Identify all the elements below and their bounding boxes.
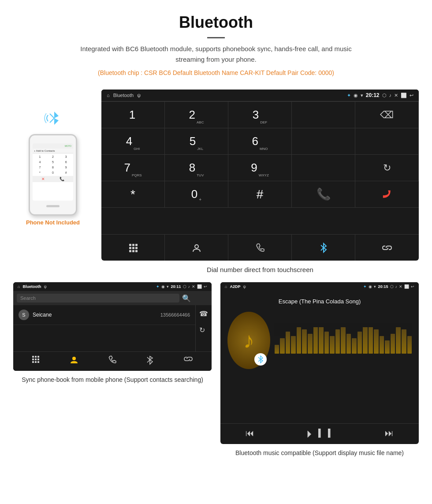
pb-status-right: ✦ ◉ ▾ 20:11 ⬡ ♪ ✕ ⬜ ↩ — [156, 284, 207, 289]
ms-bt-badge — [254, 353, 267, 366]
pb-search-icon[interactable]: 🔍 — [182, 294, 191, 302]
svg-line-25 — [147, 360, 150, 362]
music-caption: Bluetooth music compatible (Support disp… — [220, 448, 419, 458]
phone-mockup: MOTO + Add to Contacts 123 456 789 *0# ✕… — [29, 134, 77, 216]
dial-key-5[interactable]: 5JKL — [165, 128, 228, 155]
dial-call-green-button[interactable]: 📞 — [292, 181, 355, 208]
pb-keypad-icon[interactable] — [32, 355, 40, 367]
ms-album-art: ♪ — [227, 312, 270, 369]
svg-rect-14 — [32, 356, 34, 358]
ms-body: Escape (The Pina Colada Song) ♪ — [220, 291, 419, 423]
phone-bottom-bar: ✕ 📞 — [33, 176, 73, 182]
wifi-icon: ▾ — [361, 93, 363, 98]
svg-rect-22 — [37, 361, 39, 363]
phonebook-screenshot: ⌂ Bluetooth ψ ✦ ◉ ▾ 20:11 ⬡ ♪ ✕ ⬜ ↩ — [13, 282, 212, 458]
usb-icon: ψ — [137, 93, 141, 98]
dial-key-6[interactable]: 6MNO — [228, 128, 292, 155]
phone-icon-button[interactable] — [228, 235, 292, 261]
dial-refresh-button[interactable]: ↻ — [355, 155, 419, 181]
ms-note-icon: ♪ — [243, 328, 254, 353]
phone-keypad: 123 456 789 *0# — [33, 153, 73, 176]
ms-cam-icon: ⬡ — [390, 284, 394, 289]
page-title: Bluetooth — [9, 13, 423, 32]
pb-bottom-bar — [13, 351, 212, 371]
ms-wifi-icon: ▾ — [374, 284, 376, 289]
ms-vol-icon: ♪ — [395, 284, 398, 289]
dial-backspace-button[interactable]: ⌫ — [355, 102, 419, 128]
page-header: Bluetooth Integrated with BC6 Bluetooth … — [0, 0, 432, 90]
pb-time: 20:11 — [171, 284, 181, 289]
pb-phone2-icon[interactable] — [108, 355, 116, 367]
ms-next-button[interactable]: ⏭ — [385, 428, 394, 440]
svg-rect-7 — [135, 247, 138, 249]
pb-body: S Seicane 13566664466 ☎ ↻ — [13, 305, 212, 351]
svg-rect-5 — [129, 247, 131, 249]
pb-usb-icon: ψ — [44, 284, 46, 289]
status-time: 20:12 — [366, 92, 380, 98]
dial-empty-2 — [292, 128, 355, 155]
keypad-icon-button[interactable] — [101, 235, 165, 261]
dial-key-8[interactable]: 8TUV — [165, 155, 228, 181]
svg-rect-6 — [132, 247, 134, 249]
pb-side-refresh-icon[interactable]: ↻ — [199, 326, 208, 334]
svg-rect-15 — [35, 356, 37, 358]
dial-key-9[interactable]: 9WXYZ — [228, 155, 292, 181]
pb-status-bar: ⌂ Bluetooth ψ ✦ ◉ ▾ 20:11 ⬡ ♪ ✕ ⬜ ↩ — [13, 282, 212, 291]
dial-key-4[interactable]: 4GHI — [101, 128, 165, 155]
dial-empty-1 — [292, 102, 355, 128]
phonebook-caption-text: Sync phone-book from mobile phone (Suppo… — [22, 376, 203, 383]
dial-key-0[interactable]: 0+ — [165, 181, 228, 208]
pb-cam-icon: ⬡ — [183, 284, 186, 289]
phone-not-included-label: Phone Not Included — [26, 219, 80, 226]
ms-eq-bars — [275, 327, 412, 354]
pb-person-icon[interactable] — [70, 355, 78, 367]
ms-controls: ⏮ ⏵❙❙ ⏭ — [220, 423, 419, 444]
pb-link2-icon[interactable] — [183, 355, 193, 367]
svg-rect-10 — [135, 250, 138, 252]
music-caption-text: Bluetooth music compatible (Support disp… — [235, 449, 404, 456]
main-section: MOTO + Add to Contacts 123 456 789 *0# ✕… — [0, 90, 432, 282]
link-icon-button[interactable] — [355, 235, 419, 261]
ms-prev-button[interactable]: ⏮ — [246, 428, 254, 440]
pb-search-bar[interactable]: Search — [17, 294, 179, 302]
svg-rect-8 — [129, 250, 131, 252]
dial-screen-container: ⌂ Bluetooth ψ ✦ ◉ ▾ 20:12 ⬡ ♪ ✕ ⬜ ↩ — [101, 90, 419, 282]
pb-back-icon: ↩ — [204, 284, 207, 289]
dial-key-1[interactable]: 1 — [101, 102, 165, 128]
svg-rect-16 — [37, 356, 39, 358]
bt-status-icon: ✦ — [347, 93, 351, 98]
dial-key-7[interactable]: 7PQRS — [101, 155, 165, 181]
pb-vol-icon: ♪ — [188, 284, 190, 289]
svg-line-1 — [50, 118, 54, 123]
pb-side-phone-icon[interactable]: ☎ — [199, 310, 208, 318]
pb-search-area: Search 🔍 — [17, 294, 208, 302]
pb-home-icon: ⌂ — [18, 284, 20, 289]
dial-key-star[interactable]: * — [101, 181, 165, 208]
pb-contact-number: 13566664466 — [160, 312, 190, 317]
pb-bt2-icon[interactable] — [146, 355, 153, 367]
bottom-screenshots: ⌂ Bluetooth ψ ✦ ◉ ▾ 20:11 ⬡ ♪ ✕ ⬜ ↩ — [0, 282, 432, 467]
svg-rect-17 — [32, 358, 34, 360]
dial-key-3[interactable]: 3DEF — [228, 102, 292, 128]
page-description: Integrated with BC6 Bluetooth module, su… — [66, 44, 366, 65]
dial-car-screen: ⌂ Bluetooth ψ ✦ ◉ ▾ 20:12 ⬡ ♪ ✕ ⬜ ↩ — [101, 90, 419, 261]
dial-key-2[interactable]: 2ABC — [165, 102, 228, 128]
screen-icon: ⬜ — [401, 93, 407, 98]
ms-loc-icon: ◉ — [369, 284, 372, 289]
dial-call-end-button[interactable] — [355, 181, 419, 208]
ms-play-button[interactable]: ⏵❙❙ — [305, 428, 334, 440]
dialpad-grid: 1 2ABC 3DEF ⌫ 4GHI 5JKL — [101, 101, 419, 234]
dial-empty-3 — [355, 128, 419, 155]
pb-loc-icon: ◉ — [161, 284, 165, 289]
ms-status-right: ✦ ◉ ▾ 20:15 ⬡ ♪ ✕ ⬜ ↩ — [363, 284, 414, 289]
dial-key-hash[interactable]: # — [228, 181, 292, 208]
svg-point-23 — [72, 357, 76, 360]
bluetooth-icon-button[interactable] — [292, 235, 355, 261]
music-screenshot: ⌂ A2DP ψ ✦ ◉ ▾ 20:15 ⬡ ♪ ✕ ⬜ ↩ Esc — [220, 282, 419, 458]
contacts-icon-button[interactable] — [165, 235, 228, 261]
ms-usb-icon: ψ — [243, 284, 246, 289]
pb-screen-icon: ⬜ — [197, 284, 202, 289]
svg-line-0 — [50, 114, 54, 118]
close-icon: ✕ — [394, 93, 398, 98]
svg-rect-21 — [35, 361, 37, 363]
